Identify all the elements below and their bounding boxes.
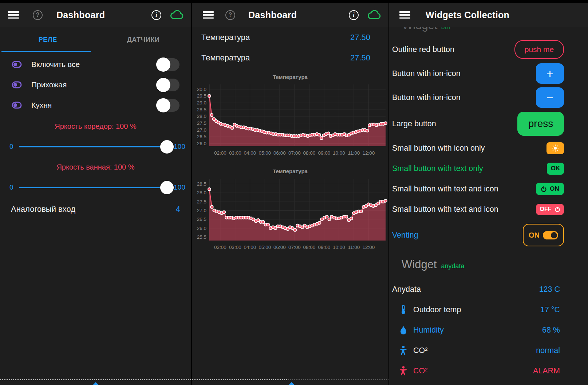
switch-row-kitchen: Кухня <box>0 95 191 115</box>
slider-knob[interactable] <box>160 140 174 154</box>
slider-knob[interactable] <box>160 181 174 194</box>
widget-row-venting: Venting ON <box>389 219 588 251</box>
widget-row-text-only-button: Small button with text only OK <box>389 158 588 179</box>
venting-toggle-button[interactable]: ON <box>523 224 564 246</box>
appbar-right-panel: Widgets Collection <box>389 3 588 27</box>
data-value: 17 °C <box>540 305 560 314</box>
info-icon[interactable]: i <box>349 10 359 20</box>
data-label: Outdoor temp <box>413 305 461 314</box>
bottom-dotted-divider <box>0 379 288 380</box>
data-row-anydata: Anydata 123 C <box>389 279 588 299</box>
press-button[interactable]: press <box>517 112 564 136</box>
push-me-button[interactable]: push me <box>514 40 564 59</box>
switch-row-hallway: Прихожая <box>0 75 191 95</box>
tab-sensors[interactable]: ДАТЧИКИ <box>96 27 192 52</box>
plus-button[interactable]: + <box>536 63 564 84</box>
switch-row-all: Включить все <box>0 54 191 75</box>
data-row-co2-normal: CO² normal <box>389 340 588 361</box>
minus-button[interactable]: − <box>536 87 564 108</box>
help-icon[interactable]: ? <box>225 10 235 20</box>
menu-icon[interactable] <box>203 11 214 19</box>
switch-label: Включить все <box>31 60 80 69</box>
analog-input-row: Аналоговый вход 4 <box>0 201 191 217</box>
widget-label: Small button with text and icon <box>392 184 498 194</box>
slider-label-bathroom: Яркость ванная: 100 % <box>0 160 191 174</box>
off-button[interactable]: OFF <box>536 204 564 215</box>
svg-text:27.0: 27.0 <box>197 127 206 133</box>
svg-text:10:00: 10:00 <box>333 150 345 156</box>
panel-widgets-collection: Widgetbtn Widgets Collection Outline red… <box>389 3 588 385</box>
data-value: 123 C <box>539 285 560 294</box>
tab-bar: РЕЛЕ ДАТЧИКИ <box>0 27 191 52</box>
widget-label: Large button <box>392 119 436 128</box>
sun-button[interactable] <box>546 142 564 154</box>
data-row-humidity: Humidity 68 % <box>389 320 588 340</box>
data-label: CO² <box>413 346 427 355</box>
venting-toggle-knob <box>551 232 557 238</box>
widget-row-off-button: Small button with text and icon OFF <box>389 199 588 219</box>
switch-hallway-toggle[interactable] <box>157 79 179 91</box>
widget-label: Outline red button <box>392 45 454 54</box>
tab-sensors-label: ДАТЧИКИ <box>127 36 160 44</box>
svg-text:25.5: 25.5 <box>197 234 206 240</box>
svg-text:28.0: 28.0 <box>197 190 206 195</box>
svg-text:30.0: 30.0 <box>197 87 206 92</box>
menu-icon[interactable] <box>399 11 410 19</box>
svg-text:11:00: 11:00 <box>348 245 360 250</box>
svg-text:04:00: 04:00 <box>244 150 256 156</box>
switch-knob[interactable] <box>156 78 170 92</box>
temperature-value: 27.50 <box>350 33 370 42</box>
panel-dashboard-sensors: ? Dashboard i Температура 27.50 Температ… <box>192 3 388 385</box>
switch-knob[interactable] <box>156 57 170 72</box>
switch-label: Прихожая <box>31 80 67 89</box>
below-fold-widget-peek <box>288 382 295 385</box>
tab-relays[interactable]: РЕЛЕ <box>0 27 96 52</box>
appbar-left: ? Dashboard i <box>0 3 191 27</box>
widget-label: Small button with text and icon <box>392 205 498 214</box>
svg-text:11:00: 11:00 <box>348 150 360 156</box>
widget-row-minus-button: Button with ion-icon − <box>389 86 588 110</box>
widget-label: Button with ion-icon <box>392 69 461 78</box>
venting-toggle[interactable] <box>543 231 558 239</box>
sun-icon <box>552 144 559 152</box>
svg-text:12:00: 12:00 <box>363 150 375 156</box>
widget-row-icon-only-button: Small button with icon only <box>389 138 588 158</box>
slider-bathroom-track[interactable] <box>19 180 172 195</box>
chart-title: Температура <box>193 72 388 82</box>
menu-icon[interactable] <box>8 11 19 19</box>
info-icon[interactable]: i <box>151 10 161 20</box>
data-value: ALARM <box>533 366 560 376</box>
slider-track[interactable] <box>19 146 172 147</box>
tab-relays-label: РЕЛЕ <box>39 36 57 44</box>
app-screen: ? Dashboard i РЕЛЕ ДАТЧИКИ Включить все <box>0 0 588 385</box>
help-icon[interactable]: ? <box>33 10 43 20</box>
page-title: Dashboard <box>248 10 297 20</box>
slider-corridor-track[interactable] <box>19 139 172 154</box>
on-button[interactable]: ON <box>536 183 564 195</box>
widget-row-plus-button: Button with ion-icon + <box>389 61 588 86</box>
switch-all-toggle[interactable] <box>157 58 179 71</box>
svg-text:06:00: 06:00 <box>273 245 286 250</box>
temperature-value: 27.50 <box>350 53 370 63</box>
ok-button[interactable]: OK <box>547 163 564 175</box>
svg-text:26.5: 26.5 <box>197 134 206 139</box>
switch-label: Кухня <box>31 101 52 110</box>
switch-kitchen-toggle[interactable] <box>157 99 179 112</box>
svg-text:29.0: 29.0 <box>197 100 206 106</box>
svg-text:28.0: 28.0 <box>197 114 206 119</box>
svg-text:08:00: 08:00 <box>303 245 316 250</box>
widget-row-large-button: Large button press <box>389 110 588 138</box>
data-row-outdoor-temp: Outdoor temp 17 °C <box>389 299 588 320</box>
svg-text:06:00: 06:00 <box>273 150 286 156</box>
svg-text:12:00: 12:00 <box>363 245 375 250</box>
slider-min-label: 0 <box>6 183 18 191</box>
svg-text:26.5: 26.5 <box>197 217 206 222</box>
person-icon <box>400 346 407 355</box>
switch-knob[interactable] <box>156 98 170 112</box>
off-button-label: OFF <box>540 206 552 213</box>
data-value: 68 % <box>542 326 560 335</box>
data-label: CO² <box>413 366 427 376</box>
toggle-icon <box>12 102 22 109</box>
slider-track[interactable] <box>19 187 172 188</box>
venting-label: Venting <box>392 231 418 240</box>
